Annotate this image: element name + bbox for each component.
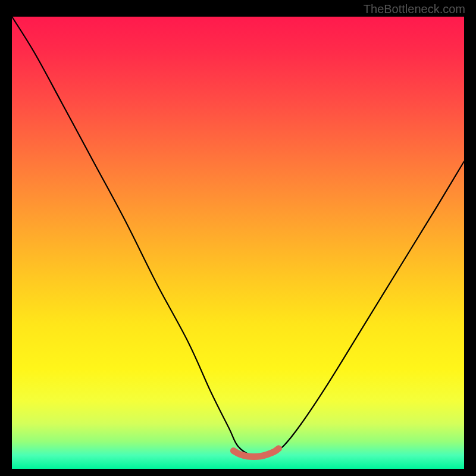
watermark-text: TheBottleneck.com	[364, 2, 465, 16]
chart-svg	[12, 17, 464, 469]
bottleneck-curve-line	[12, 17, 464, 456]
chart-area	[12, 17, 464, 469]
bottleneck-flat-zone-highlight	[233, 449, 278, 457]
